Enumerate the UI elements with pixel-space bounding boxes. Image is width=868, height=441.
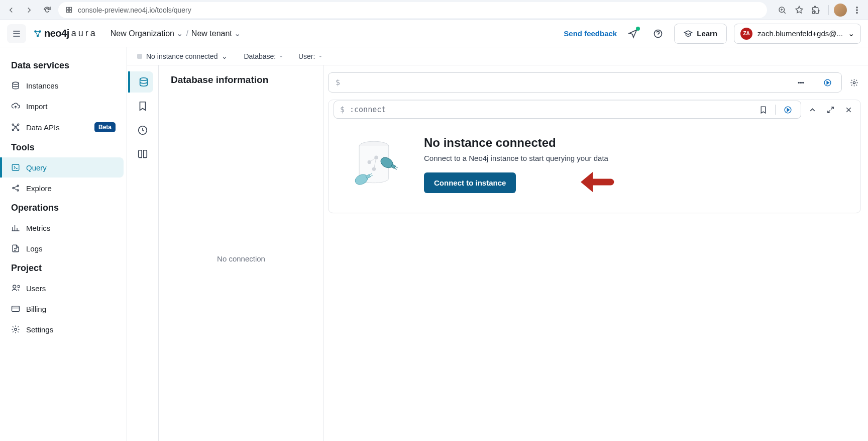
sidebar-item-settings[interactable]: Settings xyxy=(3,319,124,339)
logo-icon xyxy=(33,29,42,38)
query-run-button[interactable] xyxy=(820,75,834,90)
tenant-selector[interactable]: New tenant ⌄ xyxy=(191,29,241,38)
status-indicator xyxy=(137,54,142,59)
sidebar-item-instances[interactable]: Instances xyxy=(3,75,124,96)
svg-point-6 xyxy=(856,9,857,10)
svg-point-21 xyxy=(17,190,19,191)
org-selector[interactable]: New Organization ⌄ xyxy=(111,29,183,38)
database-icon xyxy=(138,76,149,87)
svg-point-5 xyxy=(856,7,857,8)
svg-point-34 xyxy=(368,160,371,164)
rail-guides-button[interactable] xyxy=(132,144,153,165)
main-area: No instance connected ⌄ Database: - User… xyxy=(127,47,868,441)
section-data-services: Data services xyxy=(3,56,124,75)
menu-button[interactable] xyxy=(7,24,26,43)
svg-point-36 xyxy=(372,167,376,171)
query-area: $ $ :connect xyxy=(324,65,868,441)
rail-database-button[interactable] xyxy=(128,71,153,93)
sidebar-item-logs[interactable]: Logs xyxy=(3,238,124,258)
browser-chrome: console-preview.neo4j.io/tools/query xyxy=(0,0,868,20)
browser-menu-icon[interactable] xyxy=(850,3,864,17)
svg-point-31 xyxy=(853,81,855,83)
query-input[interactable]: $ xyxy=(328,72,842,93)
result-collapse-button[interactable] xyxy=(805,103,819,117)
svg-point-7 xyxy=(856,12,857,13)
result-expand-button[interactable] xyxy=(823,103,837,117)
rail-bookmarks-button[interactable] xyxy=(132,96,153,117)
result-command[interactable]: $ :connect xyxy=(334,101,801,119)
sidebar-item-import[interactable]: Import xyxy=(3,96,124,116)
extensions-icon[interactable] xyxy=(809,3,823,17)
svg-point-28 xyxy=(800,82,801,83)
sidebar-item-users[interactable]: Users xyxy=(3,278,124,298)
graduation-cap-icon xyxy=(684,29,693,38)
gear-icon xyxy=(11,325,20,334)
svg-rect-1 xyxy=(69,8,71,10)
svg-point-19 xyxy=(13,188,14,189)
sidebar-item-metrics[interactable]: Metrics xyxy=(3,218,124,238)
book-icon xyxy=(137,149,148,160)
section-operations: Operations xyxy=(3,199,124,217)
result-bookmark-button[interactable] xyxy=(756,103,770,117)
svg-point-27 xyxy=(798,82,799,83)
database-icon xyxy=(11,81,20,90)
result-close-button[interactable] xyxy=(841,103,855,117)
url-bar[interactable]: console-preview.neo4j.io/tools/query xyxy=(58,2,767,18)
beta-badge: Beta xyxy=(94,122,116,132)
svg-point-13 xyxy=(15,127,17,128)
left-sidebar: Data services Instances Import Data APIs… xyxy=(0,47,127,441)
mini-rail xyxy=(127,65,158,441)
neo4j-aura-logo[interactable]: neo4jaura xyxy=(33,28,97,39)
annotation-arrow xyxy=(575,162,615,202)
svg-point-17 xyxy=(18,129,19,131)
notification-dot xyxy=(636,27,640,31)
database-status: Database: - xyxy=(244,52,282,60)
svg-point-24 xyxy=(15,328,17,331)
url-text: console-preview.neo4j.io/tools/query xyxy=(78,6,191,14)
result-run-button[interactable] xyxy=(781,103,795,117)
users-icon xyxy=(11,284,20,293)
rail-history-button[interactable] xyxy=(132,120,153,141)
svg-point-15 xyxy=(18,124,19,125)
result-title: No instance connected xyxy=(424,136,608,150)
app-header: neo4jaura New Organization ⌄ / New tenan… xyxy=(0,20,868,47)
connection-status[interactable]: No instance connected ⌄ xyxy=(137,52,228,60)
chart-icon xyxy=(11,223,20,232)
svg-point-14 xyxy=(12,124,14,125)
reload-button[interactable] xyxy=(40,3,54,17)
sidebar-item-explore[interactable]: Explore xyxy=(3,178,124,198)
sidebar-item-billing[interactable]: Billing xyxy=(3,299,124,319)
query-settings-button[interactable] xyxy=(847,75,861,90)
terminal-icon xyxy=(11,163,20,172)
clock-icon xyxy=(137,125,148,136)
back-button[interactable] xyxy=(4,3,18,17)
help-button[interactable] xyxy=(649,25,667,43)
database-info-panel: Database information No connection xyxy=(158,65,324,441)
send-feedback-link[interactable]: Send feedback xyxy=(564,29,617,38)
svg-point-22 xyxy=(13,285,16,288)
notifications-button[interactable] xyxy=(624,25,642,43)
zoom-icon[interactable] xyxy=(775,3,789,17)
section-tools: Tools xyxy=(3,138,124,157)
site-info-icon xyxy=(65,6,73,14)
svg-rect-2 xyxy=(67,10,69,12)
query-more-button[interactable] xyxy=(794,75,808,90)
user-menu[interactable]: ZA zach.blumenfeld+gds@... ⌄ xyxy=(734,24,861,44)
sidebar-item-query[interactable]: Query xyxy=(0,157,124,178)
svg-point-16 xyxy=(12,129,14,131)
disconnected-illustration xyxy=(349,134,404,195)
svg-point-29 xyxy=(802,82,803,83)
learn-button[interactable]: Learn xyxy=(674,24,727,44)
user-avatar: ZA xyxy=(740,28,752,40)
svg-rect-3 xyxy=(69,10,71,12)
result-subtitle: Connect to a Neo4j instance to start que… xyxy=(424,154,608,162)
sidebar-item-data-apis[interactable]: Data APIs Beta xyxy=(3,117,124,138)
bookmark-icon[interactable] xyxy=(792,3,806,17)
forward-button[interactable] xyxy=(22,3,36,17)
result-card: $ :connect xyxy=(328,100,861,213)
api-icon xyxy=(11,123,20,132)
profile-avatar[interactable] xyxy=(834,4,847,17)
connect-to-instance-button[interactable]: Connect to instance xyxy=(424,172,516,193)
user-email: zach.blumenfeld+gds@... xyxy=(757,29,843,38)
svg-point-12 xyxy=(13,82,19,84)
